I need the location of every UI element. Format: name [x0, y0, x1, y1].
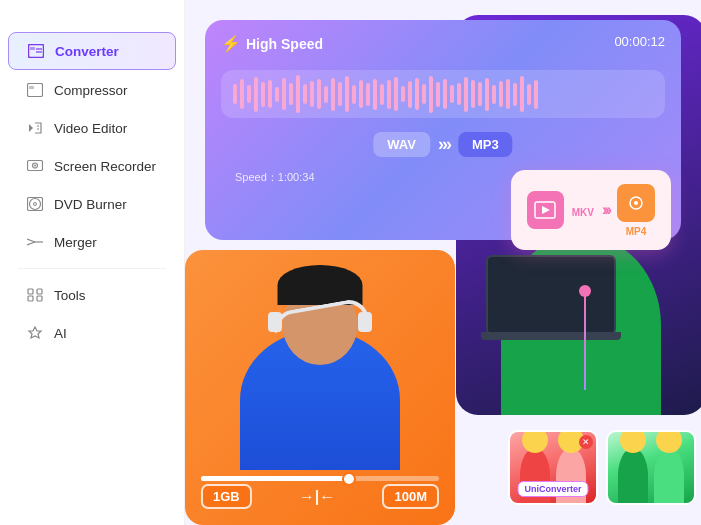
speed-label: Speed：1:00:34	[235, 170, 315, 185]
video-editor-label: Video Editor	[54, 121, 127, 136]
uniconverter-badge: UniConverter	[517, 481, 588, 497]
waveform-bar	[331, 78, 335, 111]
svg-rect-0	[29, 45, 44, 58]
sidebar: Converter Compressor Video Editor	[0, 0, 185, 525]
waveform-bar	[415, 78, 419, 110]
svg-point-10	[34, 165, 36, 167]
waveform-bar	[303, 84, 307, 104]
waveform-bar	[324, 86, 328, 103]
sidebar-item-video-editor[interactable]: Video Editor	[8, 110, 176, 146]
compressor-icon	[26, 81, 44, 99]
progress-bar-fill	[201, 476, 349, 481]
compressor-label: Compressor	[54, 83, 128, 98]
waveform-bar	[485, 78, 489, 111]
waveform-bar	[471, 80, 475, 108]
merger-icon	[26, 233, 44, 251]
mkv-label: MKV	[572, 207, 594, 218]
thumbnail-before: UniConverter ✕	[508, 430, 598, 505]
waveform-bar	[492, 85, 496, 104]
waveform-bar	[380, 84, 384, 105]
sidebar-item-screen-recorder[interactable]: Screen Recorder	[8, 148, 176, 184]
timeline-dot	[579, 285, 591, 297]
waveform-bar	[359, 80, 363, 108]
waveform	[221, 70, 665, 118]
svg-line-14	[27, 239, 35, 242]
video-editor-icon	[26, 119, 44, 137]
ai-label: AI	[54, 326, 67, 341]
waveform-bar	[317, 79, 321, 109]
thumbnail-row: UniConverter ✕	[508, 430, 696, 505]
waveform-bar	[527, 84, 531, 105]
waveform-bar	[513, 83, 517, 106]
sidebar-item-compressor[interactable]: Compressor	[8, 72, 176, 108]
progress-bar-track	[201, 476, 439, 481]
waveform-bar	[506, 79, 510, 109]
waveform-bar	[478, 82, 482, 106]
mkv-format-box	[527, 191, 564, 229]
screen-recorder-icon	[26, 157, 44, 175]
waveform-bar	[352, 85, 356, 104]
waveform-bar	[373, 79, 377, 110]
sidebar-divider	[18, 268, 166, 269]
waveform-bar	[499, 81, 503, 107]
lightning-icon: ⚡	[221, 34, 241, 53]
waveform-bar	[366, 83, 370, 106]
svg-rect-5	[29, 86, 34, 89]
waveform-bar	[296, 75, 300, 113]
waveform-bar	[429, 76, 433, 113]
waveform-bar	[282, 78, 286, 110]
waveform-bar	[387, 80, 391, 109]
svg-rect-19	[28, 296, 33, 301]
waveform-bar	[345, 76, 349, 112]
waveform-bar	[408, 81, 412, 108]
ai-icon	[26, 324, 44, 342]
sidebar-item-ai[interactable]: AI	[8, 315, 176, 351]
size-labels: 1GB →|← 100M	[201, 484, 439, 509]
source-format-chip: WAV	[373, 132, 430, 157]
high-speed-text: High Speed	[246, 36, 323, 52]
svg-rect-18	[37, 289, 42, 294]
tools-label: Tools	[54, 288, 86, 303]
waveform-bar	[275, 87, 279, 102]
size-from-badge: 1GB	[201, 484, 252, 509]
sidebar-item-converter[interactable]: Converter	[8, 32, 176, 70]
mkv-arrow-icon: ›››	[602, 201, 609, 219]
waveform-bar	[310, 81, 314, 107]
waveform-bar	[443, 79, 447, 109]
waveform-bar	[247, 85, 251, 103]
mkv-to-mp4-card: MKV ››› MP4	[511, 170, 671, 250]
svg-point-11	[30, 199, 41, 210]
svg-rect-4	[28, 84, 43, 97]
tools-icon	[26, 286, 44, 304]
vertical-timeline-line	[584, 290, 586, 390]
screen-recorder-label: Screen Recorder	[54, 159, 156, 174]
thumbnail-after-image	[608, 432, 694, 503]
svg-rect-17	[28, 289, 33, 294]
svg-point-24	[634, 201, 638, 205]
waveform-bar	[268, 80, 272, 108]
waveform-bar	[289, 83, 293, 105]
waveform-bar	[401, 86, 405, 102]
high-speed-badge: ⚡ High Speed	[221, 34, 323, 53]
format-conversion-row: WAV ››› MP3	[373, 132, 512, 157]
compression-card: 1GB →|← 100M	[185, 250, 455, 525]
waveform-bar	[240, 79, 244, 109]
waveform-bar	[254, 77, 258, 112]
mp4-label: MP4	[626, 226, 647, 237]
svg-rect-1	[30, 47, 35, 50]
sidebar-item-merger[interactable]: Merger	[8, 224, 176, 260]
waveform-bar	[436, 82, 440, 107]
waveform-bar	[520, 76, 524, 112]
waveform-bar	[534, 80, 538, 109]
waveform-bar	[233, 84, 237, 104]
converter-icon	[27, 42, 45, 60]
thumbnail-close-button[interactable]: ✕	[579, 435, 593, 449]
thumbnail-after	[606, 430, 696, 505]
sidebar-item-tools[interactable]: Tools	[8, 277, 176, 313]
convert-arrows: ›››	[438, 134, 450, 155]
compress-arrows: →|←	[299, 488, 335, 506]
waveform-bar	[464, 77, 468, 112]
waveform-bar	[338, 82, 342, 106]
sidebar-item-dvd-burner[interactable]: DVD Burner	[8, 186, 176, 222]
svg-rect-20	[37, 296, 42, 301]
